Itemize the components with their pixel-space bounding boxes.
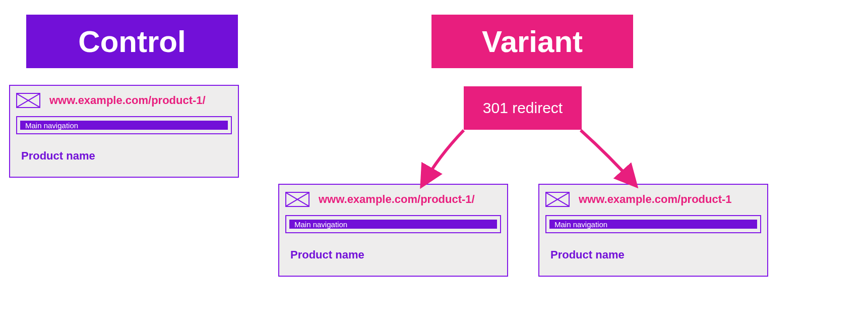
control-page-card: www.example.com/product-1/ Main navigati… [9,85,239,178]
logo-placeholder-icon [545,192,570,207]
product-name-heading: Product name [21,149,95,163]
redirect-label: 301 redirect [483,99,563,117]
main-nav-bar: Main navigation [549,220,757,229]
variant-title-text: Variant [482,24,583,59]
main-nav-bar: Main navigation [289,220,497,229]
logo-placeholder-icon [16,93,40,108]
product-name-heading: Product name [290,248,364,262]
variant-left-page-card: www.example.com/product-1/ Main navigati… [278,184,508,277]
page-url: www.example.com/product-1/ [49,94,206,107]
main-nav-bar: Main navigation [20,121,228,130]
nav-label: Main navigation [549,220,607,229]
variant-title-banner: Variant [431,15,633,68]
control-title-text: Control [78,24,185,59]
nav-label: Main navigation [289,220,347,229]
product-name-heading: Product name [550,248,625,262]
diagram-stage: Control Variant 301 redirect www.example… [0,0,868,313]
nav-container: Main navigation [545,215,761,233]
logo-placeholder-icon [285,192,309,207]
page-url: www.example.com/product-1/ [319,193,475,206]
page-url: www.example.com/product-1 [579,193,732,206]
nav-container: Main navigation [285,215,501,233]
control-title-banner: Control [26,15,238,68]
nav-label: Main navigation [20,121,78,130]
variant-right-page-card: www.example.com/product-1 Main navigatio… [538,184,768,277]
redirect-box: 301 redirect [464,86,582,130]
nav-container: Main navigation [16,116,232,134]
